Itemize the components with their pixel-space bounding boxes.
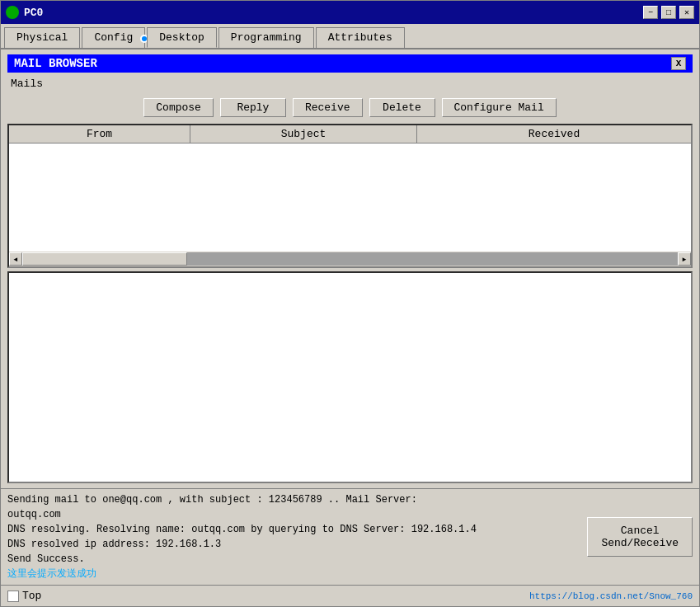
configure-mail-button[interactable]: Configure Mail — [442, 98, 557, 117]
close-button[interactable]: ✕ — [679, 6, 694, 19]
col-subject: Subject — [190, 125, 417, 143]
status-line-4: DNS resolved ip address: 192.168.1.3 — [7, 537, 580, 552]
horizontal-scrollbar[interactable]: ◄ ► — [9, 252, 691, 266]
cancel-send-receive-button[interactable]: Cancel Send/Receive — [587, 517, 693, 557]
main-window: PC0 − □ ✕ Physical Config Desktop Progra… — [0, 0, 700, 607]
col-received: Received — [417, 125, 691, 143]
tabs-bar: Physical Config Desktop Programming Attr… — [1, 24, 699, 49]
tab-programming[interactable]: Programming — [218, 27, 314, 48]
tab-config[interactable]: Config — [82, 27, 145, 48]
col-from: From — [9, 125, 190, 143]
status-line-5: Send Success. — [7, 552, 580, 567]
content-area: MAIL BROWSER X Mails Compose Reply Recei… — [1, 49, 699, 488]
scroll-right-button[interactable]: ► — [678, 252, 691, 266]
mail-browser-title: MAIL BROWSER — [14, 57, 97, 70]
status-line-1: Sending mail to one@qq.com , with subjec… — [7, 492, 580, 507]
status-line-3: DNS resolving. Resolving name: outqq.com… — [7, 522, 580, 537]
minimize-button[interactable]: − — [643, 6, 658, 19]
mail-browser-close-button[interactable]: X — [671, 57, 686, 70]
reply-button[interactable]: Reply — [220, 98, 286, 117]
restore-button[interactable]: □ — [661, 6, 676, 19]
scrollbar-track[interactable] — [22, 252, 678, 266]
status-text: Sending mail to one@qq.com , with subjec… — [7, 492, 580, 581]
title-bar: PC0 − □ ✕ — [1, 1, 699, 24]
delete-button[interactable]: Delete — [369, 98, 435, 117]
window-controls: − □ ✕ — [643, 6, 694, 19]
tab-attributes[interactable]: Attributes — [316, 27, 405, 48]
mails-label: Mails — [7, 76, 693, 92]
receive-button[interactable]: Receive — [293, 98, 363, 117]
tab-physical[interactable]: Physical — [4, 27, 80, 48]
scrollbar-thumb[interactable] — [22, 252, 187, 266]
window-title: PC0 — [24, 7, 643, 19]
chinese-hint: 这里会提示发送成功 — [7, 567, 580, 581]
scroll-left-button[interactable]: ◄ — [9, 252, 22, 266]
mail-list: From Subject Received ◄ ► — [7, 124, 693, 268]
tab-desktop[interactable]: Desktop — [147, 27, 217, 48]
status-line-2: outqq.com — [7, 507, 580, 522]
message-preview — [7, 271, 693, 483]
url-text: https://blog.csdn.net/Snow_760 — [529, 591, 693, 601]
mail-list-header: From Subject Received — [9, 125, 691, 144]
mail-list-body — [9, 144, 691, 251]
top-checkbox-item: Top — [7, 590, 41, 602]
mail-browser-header: MAIL BROWSER X — [7, 54, 693, 73]
mail-toolbar: Compose Reply Receive Delete Configure M… — [7, 95, 693, 120]
top-label: Top — [22, 590, 41, 602]
top-checkbox[interactable] — [7, 591, 19, 602]
compose-button[interactable]: Compose — [143, 98, 214, 117]
inner-content: MAIL BROWSER X Mails Compose Reply Recei… — [7, 54, 693, 483]
bottom-bar: Top https://blog.csdn.net/Snow_760 — [1, 585, 699, 606]
status-bar: Sending mail to one@qq.com , with subjec… — [1, 488, 699, 585]
app-icon — [6, 6, 19, 19]
